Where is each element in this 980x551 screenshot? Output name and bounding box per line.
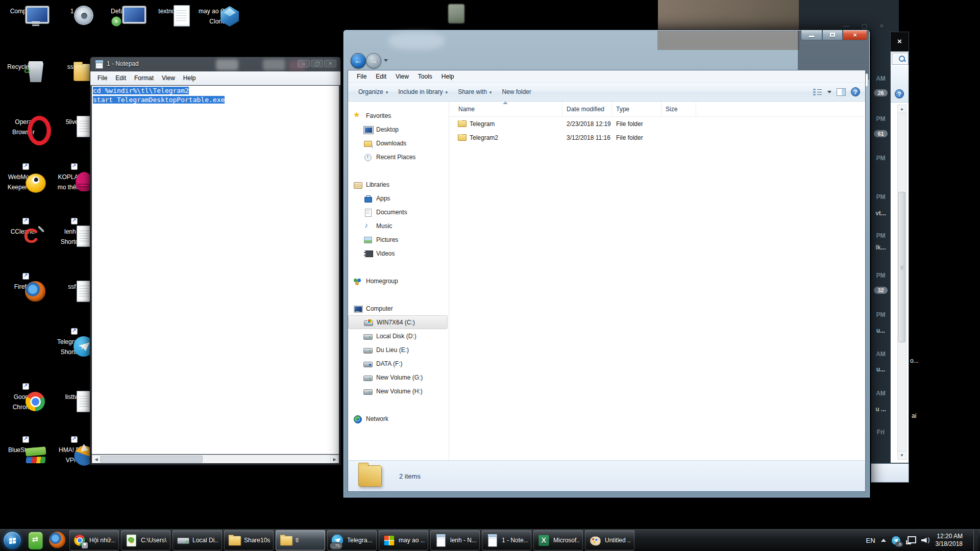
minimize-button[interactable] bbox=[801, 30, 822, 40]
telegram-tray-icon[interactable]: ..6 bbox=[892, 536, 900, 545]
horizontal-scrollbar[interactable]: ◀ ▶ bbox=[92, 455, 339, 463]
bg-maximize-icon[interactable]: ▢ bbox=[862, 22, 867, 30]
desktop-icon[interactable]: may ao Clone Clone bbox=[194, 4, 241, 27]
taskbar-button[interactable]: Share10s... bbox=[224, 530, 274, 550]
network-icon[interactable] bbox=[906, 536, 916, 544]
sidebar-item[interactable]: New Volume (G:) bbox=[348, 370, 449, 384]
telegram-window-clipped[interactable]: AM 26 PM 61 PM PM vt... PM lk... bbox=[871, 30, 890, 463]
taskbar-button[interactable]: C:\Users\... bbox=[121, 530, 170, 550]
scroll-up-icon[interactable]: ▲ bbox=[898, 105, 906, 113]
hidden-search-box[interactable] bbox=[892, 53, 909, 65]
notepad-text-area[interactable]: cd %windir%\tl\Telegram2start TelegramDe… bbox=[92, 86, 339, 454]
forward-button[interactable]: → bbox=[366, 53, 381, 68]
notepad-titlebar[interactable]: 1 - Notepad – ▢ × bbox=[90, 57, 340, 71]
scroll-right-icon[interactable]: ▶ bbox=[330, 455, 339, 463]
sidebar-item[interactable]: Favorites bbox=[348, 109, 449, 122]
desktop-icon[interactable]: Firefox bbox=[0, 280, 47, 292]
quick-launch-icon[interactable] bbox=[47, 531, 67, 550]
help-icon[interactable]: ? bbox=[851, 87, 860, 96]
maximize-button[interactable]: ▢ bbox=[311, 60, 323, 67]
sidebar-item[interactable]: New Volume (H:) bbox=[348, 384, 449, 398]
menu-item[interactable]: File bbox=[93, 74, 111, 82]
volume-icon[interactable] bbox=[921, 536, 930, 544]
taskbar-button[interactable]: lenh - N... bbox=[430, 530, 480, 550]
sidebar-item[interactable]: DATA (F:) bbox=[348, 357, 449, 370]
desktop-icon[interactable]: CCleaner bbox=[0, 224, 47, 237]
sidebar-item[interactable]: Network bbox=[348, 412, 449, 425]
desktop-icon[interactable]: textnow bbox=[145, 4, 192, 16]
quick-launch-icon[interactable] bbox=[25, 531, 44, 550]
menu-item[interactable]: View bbox=[391, 73, 413, 80]
scrollbar[interactable]: ▲ ▼ bbox=[897, 105, 906, 460]
language-indicator[interactable]: EN bbox=[866, 537, 875, 544]
show-desktop-button[interactable] bbox=[973, 530, 978, 551]
taskbar-button[interactable]: may ao ... bbox=[379, 530, 428, 550]
sidebar-item[interactable]: Videos bbox=[348, 246, 449, 260]
sidebar-item[interactable]: Downloads bbox=[348, 136, 449, 150]
desktop-icon[interactable]: WebMoney Keeper W... bbox=[0, 170, 47, 192]
menu-item[interactable]: Format bbox=[130, 74, 158, 82]
bg-minimize-icon[interactable]: — bbox=[843, 22, 849, 30]
sidebar-item[interactable]: Du Lieu (E:) bbox=[348, 343, 449, 357]
menu-item[interactable]: View bbox=[158, 74, 179, 82]
notepad-window[interactable]: 1 - Notepad – ▢ × FileEditFormatViewHelp… bbox=[90, 57, 341, 465]
taskbar-button[interactable]: Hội nhữ... bbox=[69, 530, 119, 550]
clock[interactable]: 12:20 AM 3/18/2018 bbox=[936, 533, 968, 548]
desktop-icon[interactable]: 5live bbox=[48, 115, 95, 127]
desktop-icon[interactable]: Computer bbox=[0, 4, 47, 16]
column-header-name[interactable]: Name bbox=[449, 102, 562, 116]
sidebar-item[interactable]: Apps bbox=[348, 191, 449, 205]
desktop-icon[interactable]: Google Chrome bbox=[0, 390, 47, 412]
preview-pane-icon[interactable] bbox=[837, 88, 846, 96]
scroll-thumb[interactable] bbox=[101, 456, 203, 463]
menu-item[interactable]: Help bbox=[179, 74, 200, 82]
sidebar-item[interactable]: Homegroup bbox=[348, 274, 449, 288]
sidebar-item[interactable]: Music bbox=[348, 219, 449, 233]
menu-item[interactable]: Tools bbox=[413, 73, 437, 80]
menu-item[interactable]: File bbox=[352, 73, 371, 80]
toolbar-button[interactable]: New folder bbox=[497, 86, 536, 97]
desktop-icon[interactable]: KOPLAYE mo thêm d bbox=[48, 170, 95, 192]
desktop-icon[interactable]: HMA! Pro VPN bbox=[48, 443, 95, 465]
taskbar-button[interactable]: Untitled ... bbox=[585, 530, 634, 550]
desktop-icon[interactable]: BlueStacks bbox=[0, 443, 47, 455]
close-button[interactable]: × bbox=[324, 60, 336, 67]
close-button[interactable]: × bbox=[843, 30, 867, 40]
sidebar-item[interactable]: Desktop bbox=[348, 122, 449, 136]
desktop-icon[interactable]: 1 bbox=[48, 4, 95, 16]
menu-item[interactable]: Edit bbox=[371, 73, 391, 80]
scroll-thumb[interactable] bbox=[898, 192, 905, 342]
menu-item[interactable]: Help bbox=[437, 73, 459, 80]
start-button[interactable] bbox=[3, 531, 21, 549]
maximize-button[interactable] bbox=[822, 30, 843, 40]
bg-close-icon[interactable]: × bbox=[880, 22, 884, 30]
desktop-icon[interactable]: Opera Browser bbox=[0, 115, 47, 137]
desktop-icon[interactable]: lenh - Shortcut bbox=[48, 224, 95, 247]
desktop-icon[interactable]: TelegramD Shortcut bbox=[48, 335, 95, 357]
help-icon[interactable]: ? bbox=[895, 89, 904, 98]
sidebar-item[interactable]: Pictures bbox=[348, 233, 449, 246]
close-icon[interactable]: × bbox=[891, 37, 909, 45]
sidebar-item[interactable]: Recent Places bbox=[348, 150, 449, 164]
hidden-icons-icon[interactable] bbox=[881, 539, 886, 542]
sidebar-item[interactable]: Documents bbox=[348, 205, 449, 219]
toolbar-button[interactable]: Include in library bbox=[393, 86, 453, 97]
hidden-explorer-window-clipped[interactable]: × ? ▲ ▼ bbox=[890, 32, 909, 463]
back-button[interactable]: ← bbox=[351, 53, 366, 68]
toolbar-button[interactable]: Share with bbox=[453, 86, 497, 97]
minimize-button[interactable]: – bbox=[298, 60, 310, 67]
desktop-icon[interactable]: Recycle Bin bbox=[0, 60, 47, 72]
history-dropdown-icon[interactable] bbox=[384, 59, 388, 62]
taskbar-button[interactable]: tl bbox=[276, 530, 325, 550]
column-header-date[interactable]: Date modified bbox=[562, 102, 612, 116]
menu-item[interactable]: Edit bbox=[111, 74, 130, 82]
desktop-icon[interactable]: Default bbox=[97, 4, 144, 16]
desktop-icon[interactable]: ssf bbox=[48, 280, 95, 292]
column-header-type[interactable]: Type bbox=[612, 102, 662, 116]
sidebar-item[interactable]: Libraries bbox=[348, 178, 449, 191]
scroll-left-icon[interactable]: ◀ bbox=[92, 455, 101, 463]
view-dropdown-icon[interactable] bbox=[827, 91, 831, 93]
sidebar-item[interactable]: Local Disk (D:) bbox=[348, 329, 449, 343]
desktop-icon[interactable]: ssh bbox=[48, 60, 95, 72]
scroll-down-icon[interactable]: ▼ bbox=[898, 451, 906, 459]
